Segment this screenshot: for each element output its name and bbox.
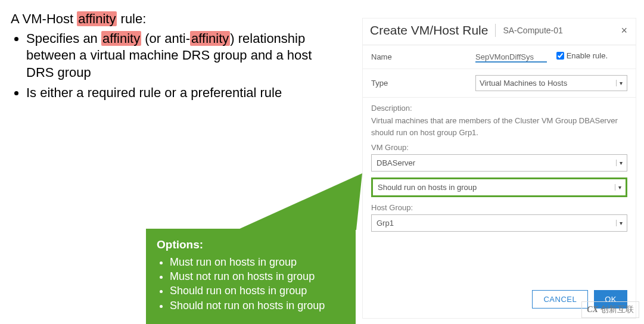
watermark: CX 创新互联 [581, 301, 639, 318]
bullet-1: Specifies an affinity (or anti-affinity)… [26, 30, 332, 82]
vmgroup-value: DBAServer [377, 158, 415, 167]
create-rule-dialog: Create VM/Host Rule SA-Compute-01 × Name… [362, 18, 636, 319]
type-row: Type Virtual Machines to Hosts ▾ [363, 69, 636, 98]
tooltip-item: Must run on hosts in group [170, 255, 345, 269]
options-tooltip: Options: Must run on hosts in group Must… [146, 229, 356, 324]
close-icon[interactable]: × [621, 24, 627, 37]
intro-suffix: rule: [117, 11, 146, 26]
chevron-down-icon: ▾ [616, 220, 623, 226]
intro-prefix: A VM-Host [11, 11, 77, 26]
cancel-button[interactable]: CANCEL [532, 290, 588, 309]
description-text: Virtual machines that are members of the… [371, 115, 627, 138]
b1-mid: (or anti- [141, 31, 190, 46]
vmgroup-select[interactable]: DBAServer ▾ [371, 154, 627, 172]
header-separator [495, 24, 496, 37]
intro-highlight: affinity [77, 11, 117, 26]
dialog-title: Create VM/Host Rule [370, 23, 495, 38]
svg-marker-0 [237, 173, 362, 230]
type-value: Virtual Machines to Hosts [480, 79, 567, 88]
bullet-list: Specifies an affinity (or anti-affinity)… [26, 30, 332, 102]
enable-rule-checkbox[interactable] [556, 52, 564, 60]
name-input[interactable] [475, 52, 547, 63]
type-label: Type [363, 69, 467, 98]
chevron-down-icon: ▾ [616, 80, 623, 86]
hostgroup-label: Host Group: [371, 203, 627, 212]
chevron-down-icon: ▾ [615, 184, 622, 191]
description-label: Description: [371, 104, 627, 113]
intro-line: A VM-Host affinity rule: [11, 11, 332, 28]
policy-select[interactable]: Should run on hosts in group ▾ [371, 177, 627, 197]
tooltip-item: Should not run on hosts in group [170, 298, 345, 313]
watermark-logo: CX [587, 305, 598, 314]
dialog-header: Create VM/Host Rule SA-Compute-01 × [363, 18, 636, 45]
chevron-down-icon: ▾ [616, 160, 623, 166]
type-select[interactable]: Virtual Machines to Hosts ▾ [475, 75, 627, 91]
policy-value: Should run on hosts in group [378, 183, 477, 192]
enable-rule-wrap: Enable rule. [556, 51, 608, 60]
watermark-text: 创新互联 [601, 304, 634, 315]
tooltip-title: Options: [157, 237, 345, 253]
hostgroup-value: Grp1 [377, 219, 394, 228]
dialog-context: SA-Compute-01 [503, 26, 562, 35]
explanation-text: A VM-Host affinity rule: Specifies an af… [11, 11, 332, 105]
tooltip-list: Must run on hosts in group Must not run … [170, 255, 345, 313]
b1-hl1: affinity [101, 31, 141, 46]
name-row: Name Enable rule. [363, 45, 636, 69]
hostgroup-select[interactable]: Grp1 ▾ [371, 214, 627, 232]
dialog-body: Description: Virtual machines that are m… [363, 98, 636, 241]
b1-hl2: affinity [190, 31, 230, 46]
enable-rule-label: Enable rule. [567, 51, 608, 60]
tooltip-item: Must not run on hosts in group [170, 269, 345, 284]
form-table: Name Enable rule. Type Virtual Machines … [363, 45, 636, 98]
tooltip-item: Should run on hosts in group [170, 284, 345, 298]
name-label: Name [363, 45, 467, 69]
b1-prefix: Specifies an [26, 31, 101, 46]
vmgroup-label: VM Group: [371, 143, 627, 152]
bullet-2: Is either a required rule or a preferent… [26, 85, 332, 102]
